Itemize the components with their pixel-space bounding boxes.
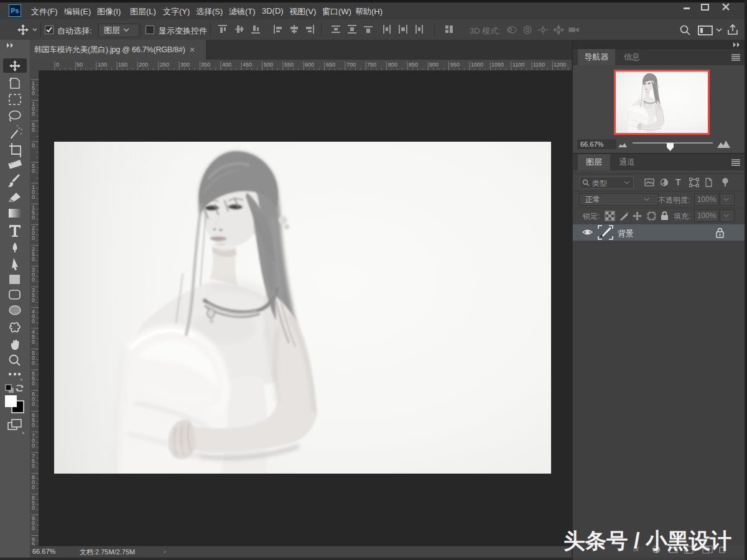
svg-text:600: 600 [305,62,314,68]
svg-text:1100: 1100 [513,62,524,68]
svg-text:500: 500 [264,62,273,68]
svg-text:0: 0 [32,339,35,345]
svg-text:900: 900 [429,62,438,68]
svg-text:650: 650 [326,62,335,68]
svg-text:0: 0 [32,90,35,96]
svg-text:400: 400 [222,62,231,68]
svg-text:950: 950 [450,62,460,68]
svg-text:350: 350 [201,62,210,68]
svg-text:0: 0 [32,127,35,133]
svg-text:750: 750 [367,62,376,68]
svg-text:700: 700 [346,62,356,68]
svg-text:0: 0 [32,401,35,407]
svg-text:0: 0 [32,277,35,283]
svg-text:0: 0 [32,484,35,490]
svg-text:1000: 1000 [471,62,483,68]
svg-text:5: 5 [32,541,35,546]
svg-text:250: 250 [160,62,169,68]
svg-text:1050: 1050 [491,62,504,68]
svg-text:0: 0 [32,422,35,428]
svg-text:0: 0 [32,463,35,469]
svg-text:0: 0 [32,235,35,241]
svg-text:0: 0 [32,111,35,117]
svg-text:0: 0 [32,194,35,200]
svg-text:150: 150 [118,62,128,68]
svg-text:0: 0 [32,525,35,531]
svg-text:0: 0 [32,214,35,221]
svg-text:550: 550 [284,62,294,68]
svg-text:450: 450 [243,62,252,68]
svg-text:0: 0 [56,62,59,68]
svg-text:0: 0 [32,142,35,149]
svg-text:200: 200 [139,62,148,68]
svg-text:1150: 1150 [533,62,545,68]
svg-text:300: 300 [180,62,190,68]
svg-text:50: 50 [77,62,83,68]
svg-text:800: 800 [388,62,397,68]
svg-text:0: 0 [32,443,35,449]
svg-text:100: 100 [98,62,107,68]
svg-text:1200: 1200 [554,62,566,68]
svg-text:0: 0 [32,505,35,511]
svg-text:0: 0 [32,297,35,303]
svg-text:0: 0 [32,318,35,324]
svg-text:0: 0 [32,168,35,174]
svg-text:0: 0 [32,256,35,262]
svg-text:0: 0 [32,360,35,366]
svg-text:850: 850 [409,62,418,68]
svg-text:0: 0 [32,380,35,387]
